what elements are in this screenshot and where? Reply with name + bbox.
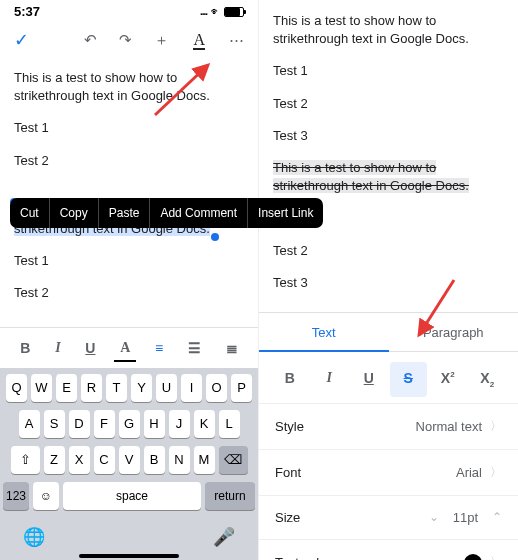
font-label: Font (275, 465, 301, 480)
chevron-right-icon: 〉 (490, 464, 502, 481)
align-button[interactable]: ≡ (149, 336, 169, 360)
context-menu: Cut Copy Paste Add Comment Insert Link (10, 198, 323, 228)
status-bar: 5:37 .... ᯤ (0, 0, 258, 21)
mic-icon[interactable]: 🎤 (213, 526, 235, 548)
status-time: 5:37 (14, 4, 40, 19)
red-arrow-annotation (150, 60, 220, 124)
underline-button[interactable]: U (79, 336, 101, 360)
keyboard-row-1: Q W E R T Y U I O P (3, 374, 255, 402)
format-tabs: Text Paragraph (259, 313, 518, 352)
bold-button[interactable]: B (271, 362, 309, 397)
more-icon[interactable]: ⋯ (229, 31, 244, 49)
text-colour-row[interactable]: Text colour 〉 (259, 539, 518, 560)
paragraph: Test 1 (14, 252, 244, 270)
text-color-button[interactable]: A (114, 336, 136, 360)
size-decrease-icon[interactable]: ⌄ (429, 510, 439, 524)
size-label: Size (275, 510, 300, 525)
key-return[interactable]: return (205, 482, 255, 510)
key-123[interactable]: 123 (3, 482, 29, 510)
paragraph: Test 2 (14, 284, 244, 302)
italic-button[interactable]: I (311, 362, 349, 397)
cellular-icon: .... (200, 6, 207, 17)
key-space[interactable]: space (63, 482, 201, 510)
battery-icon (224, 7, 244, 17)
underline-button[interactable]: U (350, 362, 388, 397)
insert-plus-icon[interactable]: ＋ (154, 31, 169, 50)
key-c[interactable]: C (94, 446, 115, 474)
paragraph: Test 2 (273, 95, 504, 113)
key-h[interactable]: H (144, 410, 165, 438)
key-s[interactable]: S (44, 410, 65, 438)
context-add-comment[interactable]: Add Comment (150, 198, 248, 228)
context-copy[interactable]: Copy (50, 198, 99, 228)
key-j[interactable]: J (169, 410, 190, 438)
style-value: Normal text (416, 419, 482, 434)
paragraph: Test 2 (273, 242, 504, 260)
key-t[interactable]: T (106, 374, 127, 402)
toolbar: ✓ ↶ ↷ ＋ A ⋯ (0, 21, 258, 59)
key-g[interactable]: G (119, 410, 140, 438)
key-v[interactable]: V (119, 446, 140, 474)
size-increase-icon[interactable]: ⌃ (492, 510, 502, 524)
globe-icon[interactable]: 🌐 (23, 526, 45, 548)
context-paste[interactable]: Paste (99, 198, 151, 228)
italic-button[interactable]: I (49, 336, 66, 360)
key-u[interactable]: U (156, 374, 177, 402)
chevron-right-icon: 〉 (490, 418, 502, 435)
font-row[interactable]: Font Arial〉 (259, 449, 518, 495)
svg-line-1 (419, 280, 454, 335)
key-b[interactable]: B (144, 446, 165, 474)
paragraph: This is a test to show how to strikethro… (273, 12, 504, 48)
status-right: .... ᯤ (200, 6, 244, 17)
bullet-list-button[interactable]: ☰ (182, 336, 207, 360)
key-z[interactable]: Z (44, 446, 65, 474)
paragraph: Test 3 (273, 127, 504, 145)
text-format-button[interactable]: A (191, 29, 207, 51)
key-r[interactable]: R (81, 374, 102, 402)
key-w[interactable]: W (31, 374, 52, 402)
superscript-button[interactable]: X2 (429, 362, 467, 397)
key-i[interactable]: I (181, 374, 202, 402)
style-row[interactable]: Style Normal text〉 (259, 403, 518, 449)
keyboard-bottom: 🌐 🎤 (3, 518, 255, 552)
subscript-button[interactable]: X2 (469, 362, 507, 397)
home-indicator[interactable] (79, 554, 179, 558)
strikethrough-paragraph: This is a test to show how to strikethro… (273, 159, 504, 195)
key-n[interactable]: N (169, 446, 190, 474)
key-x[interactable]: X (69, 446, 90, 474)
key-k[interactable]: K (194, 410, 215, 438)
done-check-icon[interactable]: ✓ (14, 29, 29, 51)
key-d[interactable]: D (69, 410, 90, 438)
chevron-right-icon: 〉 (490, 554, 502, 560)
key-m[interactable]: M (194, 446, 215, 474)
size-row: Size ⌄ 11pt ⌃ (259, 495, 518, 539)
bold-button[interactable]: B (14, 336, 36, 360)
keyboard-row-4: 123 ☺ space return (3, 482, 255, 510)
context-insert-link[interactable]: Insert Link (248, 198, 323, 228)
key-backspace[interactable]: ⌫ (219, 446, 248, 474)
paragraph: Test 1 (273, 62, 504, 80)
keyboard: Q W E R T Y U I O P A S D F G H J K L ⇧ … (0, 368, 258, 561)
selection-handle-end[interactable] (211, 233, 219, 241)
context-cut[interactable]: Cut (10, 198, 50, 228)
strikethrough-button[interactable]: S (390, 362, 428, 397)
key-a[interactable]: A (19, 410, 40, 438)
key-e[interactable]: E (56, 374, 77, 402)
key-q[interactable]: Q (6, 374, 27, 402)
undo-icon[interactable]: ↶ (84, 31, 97, 49)
format-panel: Text Paragraph B I U S X2 X2 Style Norma… (259, 312, 518, 560)
tab-text[interactable]: Text (259, 313, 389, 352)
key-emoji[interactable]: ☺ (33, 482, 59, 510)
svg-line-0 (155, 65, 208, 115)
key-o[interactable]: O (206, 374, 227, 402)
key-l[interactable]: L (219, 410, 240, 438)
key-y[interactable]: Y (131, 374, 152, 402)
key-p[interactable]: P (231, 374, 252, 402)
key-shift[interactable]: ⇧ (11, 446, 40, 474)
document-body[interactable]: This is a test to show how to strikethro… (259, 0, 518, 312)
format-a-icon: A (193, 31, 205, 48)
number-list-button[interactable]: ≣ (220, 336, 244, 360)
redo-icon[interactable]: ↷ (119, 31, 132, 49)
font-value: Arial (456, 465, 482, 480)
key-f[interactable]: F (94, 410, 115, 438)
